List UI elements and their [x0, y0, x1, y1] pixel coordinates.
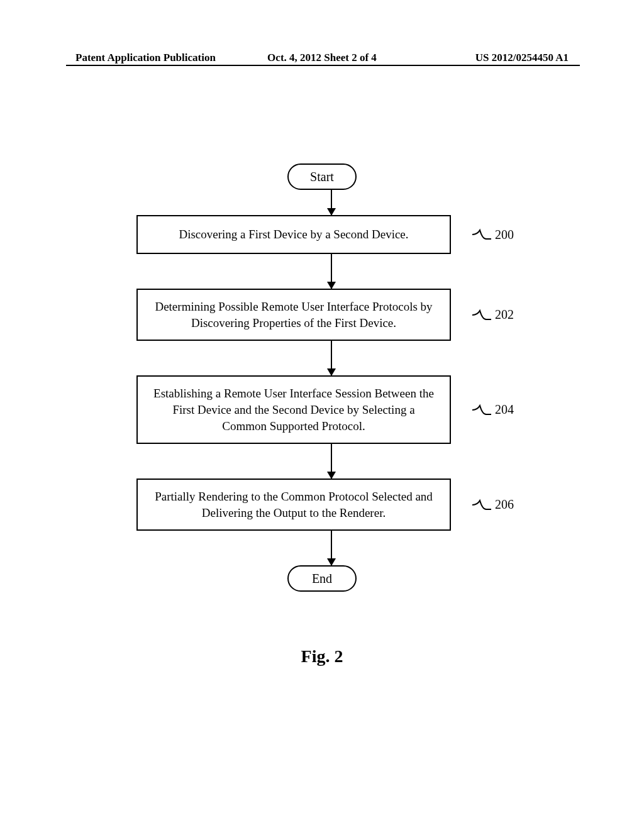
step-box-2: Determining Possible Remote User Interfa… [136, 289, 451, 341]
connector-icon [472, 228, 491, 241]
arrow-container [331, 254, 332, 289]
step-label-4: 206 [472, 497, 514, 512]
header-divider [66, 65, 580, 66]
header-center: Oct. 4, 2012 Sheet 2 of 4 [267, 52, 377, 64]
step-container-1: Discovering a First Device by a Second D… [118, 215, 526, 254]
arrow-container [331, 531, 332, 565]
step-number-2: 202 [495, 307, 514, 322]
end-label: End [312, 572, 332, 586]
arrow-container [331, 190, 332, 215]
connector-icon [472, 403, 491, 417]
flowchart-diagram: Start Discovering a First Device by a Se… [118, 163, 526, 592]
step-container-2: Determining Possible Remote User Interfa… [118, 289, 526, 341]
connector-icon [472, 308, 491, 322]
connector-icon [472, 498, 491, 512]
step-number-1: 200 [495, 228, 514, 242]
page-header: Patent Application Publication Oct. 4, 2… [75, 52, 569, 64]
step-box-4: Partially Rendering to the Common Protoc… [136, 479, 451, 531]
start-label: Start [310, 170, 334, 184]
header-left: Patent Application Publication [75, 52, 216, 64]
arrow [331, 341, 332, 375]
step-label-2: 202 [472, 307, 514, 322]
step-text-2: Determining Possible Remote User Interfa… [155, 300, 432, 329]
step-text-3: Establishing a Remote User Interface Ses… [153, 387, 434, 432]
step-text-1: Discovering a First Device by a Second D… [179, 226, 408, 243]
step-box-3: Establishing a Remote User Interface Ses… [136, 375, 451, 444]
step-box-1: Discovering a First Device by a Second D… [136, 215, 451, 254]
step-label-1: 200 [472, 228, 514, 242]
arrow [331, 190, 332, 215]
arrow [331, 531, 332, 565]
start-terminator: Start [287, 163, 357, 190]
step-number-4: 206 [495, 497, 514, 512]
end-terminator: End [287, 565, 357, 592]
step-container-3: Establishing a Remote User Interface Ses… [118, 375, 526, 444]
step-container-4: Partially Rendering to the Common Protoc… [118, 479, 526, 531]
step-label-3: 204 [472, 402, 514, 417]
figure-caption: Fig. 2 [301, 646, 343, 667]
header-right: US 2012/0254450 A1 [475, 52, 569, 64]
arrow-container [331, 444, 332, 479]
step-text-4: Partially Rendering to the Common Protoc… [155, 490, 433, 519]
arrow [331, 444, 332, 479]
arrow-container [331, 341, 332, 375]
arrow-head-icon [327, 558, 336, 566]
step-number-3: 204 [495, 402, 514, 417]
arrow [331, 254, 332, 289]
